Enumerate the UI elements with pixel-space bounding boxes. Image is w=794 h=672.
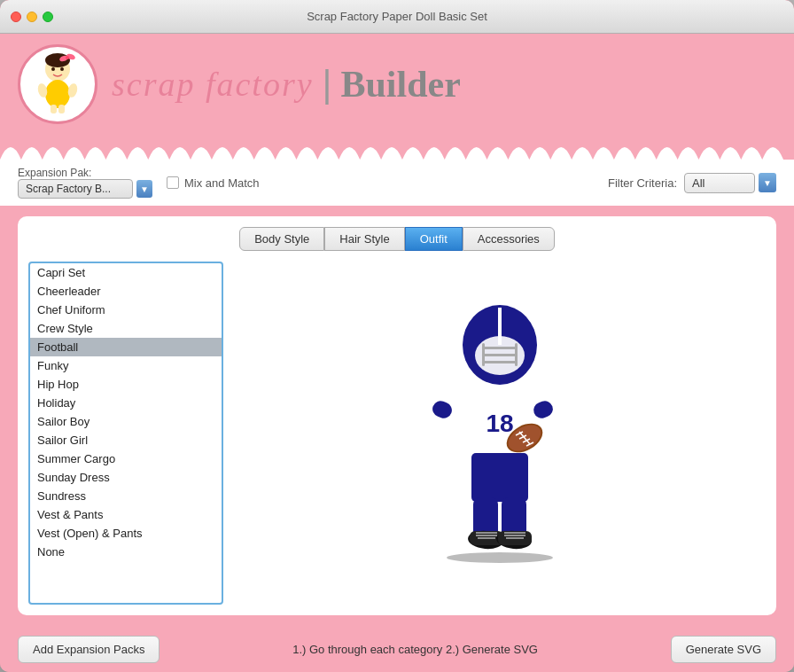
- svg-rect-33: [471, 453, 528, 502]
- svg-point-46: [447, 552, 553, 563]
- logo-doll: [27, 53, 89, 115]
- content-area: Body Style Hair Style Outfit Accessories…: [0, 206, 794, 626]
- minimize-button[interactable]: [27, 12, 37, 22]
- maximize-button[interactable]: [43, 12, 53, 22]
- list-item[interactable]: Crew Style: [30, 319, 222, 338]
- svg-rect-9: [58, 105, 65, 113]
- brand-builder: Builder: [341, 63, 461, 105]
- list-item[interactable]: Chef Uniform: [30, 301, 222, 319]
- preview-area: 18: [234, 262, 766, 605]
- list-item[interactable]: Holiday: [30, 394, 222, 412]
- tab-accessories[interactable]: Accessories: [463, 227, 555, 251]
- mix-match-label: Mix and Match: [184, 176, 260, 190]
- app-window: Scrap Factory Paper Doll Basic Set: [0, 0, 794, 672]
- svg-point-4: [66, 56, 69, 59]
- svg-point-11: [60, 67, 64, 71]
- filter-select[interactable]: All ▼: [684, 173, 776, 193]
- list-item[interactable]: None: [30, 543, 222, 561]
- panel-content: Capri Set Cheerleader Chef Uniform Crew …: [28, 262, 766, 605]
- filter-dropdown-arrow[interactable]: ▼: [759, 173, 776, 192]
- list-item-selected[interactable]: Football: [30, 338, 222, 356]
- scallop-decoration: [0, 135, 794, 160]
- generate-svg-button[interactable]: Generate SVG: [671, 636, 776, 663]
- header-area: scrap factory | Builder: [0, 34, 794, 135]
- tab-panel: Body Style Hair Style Outfit Accessories…: [18, 216, 776, 615]
- list-item[interactable]: Sailor Boy: [30, 412, 222, 431]
- list-item[interactable]: Sailor Girl: [30, 431, 222, 449]
- svg-point-1: [45, 53, 70, 67]
- mix-match-checkbox[interactable]: [167, 176, 179, 189]
- tab-body-style[interactable]: Body Style: [239, 227, 324, 251]
- tab-outfit[interactable]: Outfit: [405, 227, 463, 251]
- expansion-dropdown-arrow[interactable]: ▼: [136, 180, 152, 198]
- svg-rect-17: [482, 361, 518, 363]
- svg-rect-18: [482, 343, 485, 366]
- list-item[interactable]: Vest (Open) & Pants: [30, 524, 222, 543]
- svg-text:18: 18: [486, 410, 513, 437]
- filter-select-box[interactable]: All: [684, 173, 755, 193]
- svg-rect-16: [482, 354, 518, 356]
- bottom-bar: Add Expansion Packs 1.) Go through each …: [0, 626, 794, 672]
- list-item[interactable]: Hip Hop: [30, 375, 222, 394]
- svg-point-10: [51, 67, 55, 71]
- controls-row: Expansion Pak: Scrap Factory B... ▼ Mix …: [0, 160, 794, 206]
- list-item[interactable]: Summer Cargo: [30, 449, 222, 468]
- mix-match-section[interactable]: Mix and Match: [167, 176, 260, 190]
- list-item[interactable]: Vest & Pants: [30, 505, 222, 524]
- svg-rect-19: [515, 343, 518, 366]
- football-player-preview: 18: [402, 292, 597, 575]
- logo-circle: [18, 44, 97, 124]
- tab-hair-style[interactable]: Hair Style: [324, 227, 404, 251]
- traffic-lights: [11, 12, 53, 22]
- expansion-select-box[interactable]: Scrap Factory B...: [18, 179, 133, 199]
- svg-rect-8: [51, 105, 57, 113]
- close-button[interactable]: [11, 12, 21, 22]
- outfit-list[interactable]: Capri Set Cheerleader Chef Uniform Crew …: [28, 262, 223, 605]
- filter-criteria-label: Filter Criteria:: [608, 176, 677, 190]
- svg-rect-15: [482, 347, 518, 349]
- expansion-select[interactable]: Scrap Factory B... ▼: [18, 179, 152, 199]
- list-item[interactable]: Capri Set: [30, 263, 222, 282]
- svg-point-5: [45, 80, 70, 108]
- expansion-label: Expansion Pak:: [18, 167, 152, 179]
- brand-title: scrap factory | Builder: [112, 63, 461, 105]
- add-expansion-button[interactable]: Add Expansion Packs: [18, 636, 160, 663]
- tab-bar: Body Style Hair Style Outfit Accessories: [28, 227, 766, 251]
- brand-scrap: scrap factory: [112, 65, 314, 104]
- brand-divider: |: [323, 63, 332, 105]
- filter-section: Filter Criteria: All ▼: [608, 173, 776, 193]
- window-title: Scrap Factory Paper Doll Basic Set: [307, 10, 487, 23]
- list-item[interactable]: Funky: [30, 356, 222, 375]
- svg-rect-14: [498, 308, 502, 345]
- list-item[interactable]: Sunday Dress: [30, 468, 222, 487]
- list-item[interactable]: Sundress: [30, 487, 222, 505]
- expansion-section: Expansion Pak: Scrap Factory B... ▼: [18, 167, 152, 199]
- list-item[interactable]: Cheerleader: [30, 282, 222, 301]
- scallop-svg: [0, 135, 794, 160]
- title-bar: Scrap Factory Paper Doll Basic Set: [0, 0, 794, 34]
- instruction-text: 1.) Go through each category 2.) Generat…: [174, 643, 656, 656]
